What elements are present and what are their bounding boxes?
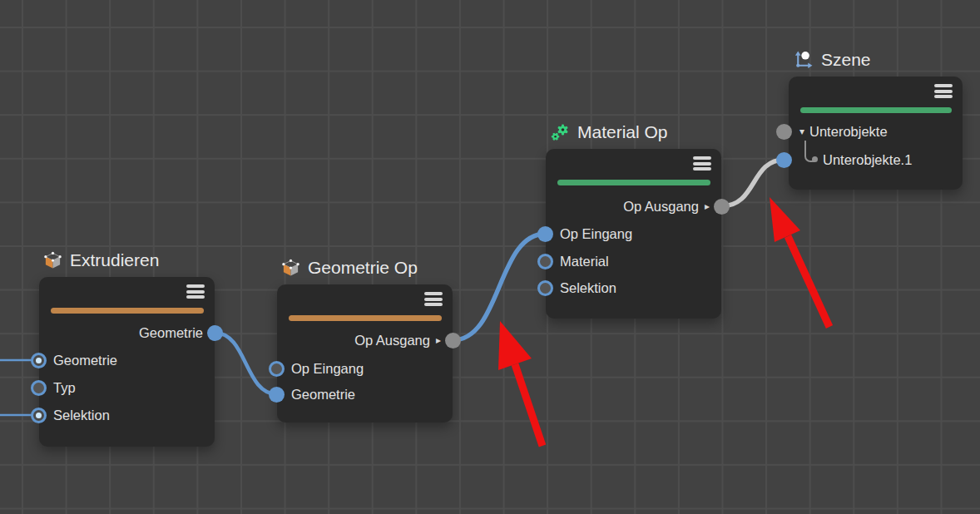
port-label: Selektion <box>53 405 110 425</box>
expand-arrow-icon[interactable]: ▸ <box>705 196 710 216</box>
node-editor-canvas[interactable]: Extrudieren Geometrie Geometrie Typ Sele… <box>0 0 980 514</box>
port-label: Unterobjekte.1 <box>823 150 912 170</box>
port-row-op-ausgang: Op Ausgang ▸ <box>277 330 453 350</box>
output-port-geometrie[interactable] <box>207 325 223 341</box>
port-row-geometrie: Geometrie <box>277 384 453 404</box>
port-label: Op Ausgang <box>623 196 699 216</box>
wire-geometrie-op-to-material-op[interactable] <box>453 234 546 340</box>
cube-icon <box>281 259 300 278</box>
node-color-bar <box>289 315 442 321</box>
cube-icon <box>43 251 62 270</box>
port-row-selektion: Selektion <box>39 405 215 425</box>
node-menu-icon[interactable] <box>934 84 953 98</box>
port-row-geometrie-in: Geometrie <box>39 350 215 370</box>
port-label: Material <box>560 251 609 271</box>
input-port-selektion[interactable] <box>537 280 553 296</box>
wire-material-op-to-szene[interactable] <box>721 160 784 206</box>
input-port-selektion[interactable] <box>31 408 47 423</box>
port-row-unterobjekte: ▾ Unterobjekte <box>789 121 963 141</box>
node-title: Szene <box>793 47 871 72</box>
node-title: Geometrie Op <box>281 255 418 280</box>
output-port-op-ausgang[interactable] <box>714 199 730 215</box>
port-label: Op Eingang <box>291 358 364 378</box>
node-szene[interactable]: Szene ▾ Unterobjekte Unterobjekte.1 <box>789 77 963 190</box>
input-port-geometrie[interactable] <box>269 387 285 403</box>
node-title-label: Geometrie Op <box>308 258 418 278</box>
node-title: Material Op <box>550 120 668 145</box>
node-title: Extrudieren <box>43 248 159 273</box>
port-row-geometrie-out: Geometrie <box>39 323 215 343</box>
node-menu-icon[interactable] <box>424 292 443 306</box>
node-material-op[interactable]: Material Op Op Ausgang ▸ Op Eingang Mate… <box>546 149 721 319</box>
node-color-bar <box>800 107 952 113</box>
port-row-material: Material <box>546 251 721 271</box>
expand-arrow-icon[interactable]: ▸ <box>436 330 441 350</box>
node-title-label: Material Op <box>577 122 668 142</box>
gears-icon <box>550 122 570 142</box>
node-extrudieren[interactable]: Extrudieren Geometrie Geometrie Typ Sele… <box>39 277 215 447</box>
scene-axis-icon <box>793 50 814 71</box>
port-label: Selektion <box>560 278 616 298</box>
port-row-selektion: Selektion <box>546 278 721 298</box>
port-row-op-eingang: Op Eingang <box>546 224 721 244</box>
input-port-op-eingang[interactable] <box>269 361 285 377</box>
input-port-material[interactable] <box>537 254 553 269</box>
port-row-typ: Typ <box>39 378 215 398</box>
output-port-op-ausgang[interactable] <box>445 333 461 348</box>
node-color-bar <box>51 308 204 314</box>
port-label: Geometrie <box>291 384 355 404</box>
input-port-unterobjekte[interactable] <box>776 124 792 140</box>
port-label: Op Eingang <box>560 224 632 244</box>
port-row-op-eingang: Op Eingang <box>277 358 453 378</box>
collapse-arrow-icon[interactable]: ▾ <box>799 121 804 141</box>
port-row-unterobjekte-1: Unterobjekte.1 <box>789 150 963 170</box>
port-label: Typ <box>53 378 76 398</box>
input-port-typ[interactable] <box>31 380 47 396</box>
node-geometrie-op[interactable]: Geometrie Op Op Ausgang ▸ Op Eingang Geo… <box>277 284 453 423</box>
node-title-label: Szene <box>821 50 871 70</box>
input-port-op-eingang[interactable] <box>537 226 553 242</box>
port-label: Geometrie <box>139 323 203 343</box>
node-color-bar <box>557 180 710 185</box>
node-title-label: Extrudieren <box>70 250 159 270</box>
port-label: Op Ausgang <box>354 330 430 350</box>
input-port-unterobjekte-1[interactable] <box>776 152 792 168</box>
input-port-geometrie[interactable] <box>31 353 47 368</box>
node-menu-icon[interactable] <box>186 284 205 299</box>
port-label: Geometrie <box>53 350 117 370</box>
port-label: Unterobjekte <box>809 121 888 141</box>
wire-extrudieren-to-geometrie-op[interactable] <box>215 333 277 394</box>
port-row-op-ausgang: Op Ausgang ▸ <box>546 196 721 216</box>
node-menu-icon[interactable] <box>693 156 711 171</box>
